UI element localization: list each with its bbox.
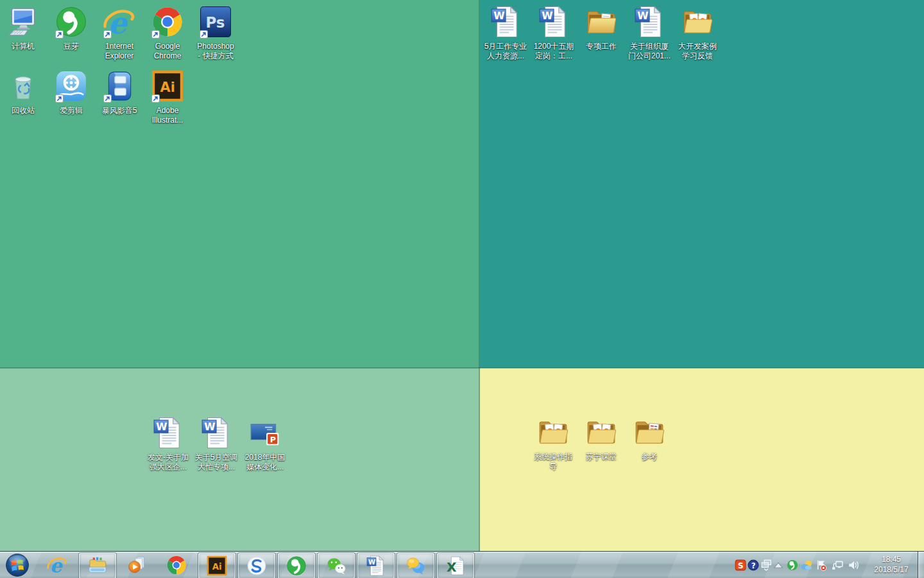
taskbar-button-windows-explorer[interactable] — [79, 553, 116, 578]
desktop-icon-label: 计算机 — [0, 42, 47, 51]
tray-volume-icon[interactable] — [847, 559, 860, 572]
folder-orange-icon — [537, 416, 569, 448]
desktop-icon-adobe-illustrator[interactable]: Ai AdobeIllustrat... — [143, 68, 192, 125]
desktop-icon-label: 5月工作专业人力资源... — [481, 42, 530, 61]
tray-show-hidden-icon[interactable] — [772, 559, 785, 572]
taskbar-button-illustrator[interactable]: Ai — [198, 553, 235, 578]
svg-text:X: X — [447, 559, 457, 575]
wechat-icon — [326, 556, 346, 576]
svg-text:S: S — [738, 561, 744, 570]
taskbar-button-douya[interactable] — [278, 553, 315, 578]
taskbar-button-word[interactable]: W — [357, 553, 395, 578]
taskbar-clock[interactable]: 18:45 2018/5/17 — [865, 554, 918, 575]
ppt-icon: P — [249, 417, 281, 449]
folder-orange-icon — [681, 6, 714, 38]
wmp-icon — [126, 555, 147, 575]
desktop-icon-label: 关于组织厦门公司201... — [625, 42, 674, 61]
shortcut-arrow-icon — [55, 94, 64, 103]
desktop-icon-recycle-bin[interactable]: 回收站 — [0, 68, 47, 116]
chat-icon — [406, 556, 426, 576]
shortcut-arrow-icon — [103, 30, 112, 39]
desktop-icon-baofeng-player[interactable]: 暴风影音5 — [95, 68, 144, 116]
chrome-icon — [166, 555, 187, 575]
svg-text:Ai: Ai — [212, 562, 222, 572]
svg-text:W: W — [156, 421, 167, 433]
shortcut-arrow-icon — [103, 94, 112, 103]
tray-sogou-input-icon[interactable]: S — [734, 559, 747, 572]
desktop-icon-label: 爱剪辑 — [47, 106, 96, 116]
desktop-icon-label: 大开发案例学习反馈 — [673, 42, 722, 61]
windows-logo-icon — [5, 553, 30, 577]
desktop-icon-label: 专项工作 — [577, 42, 626, 51]
shortcut-arrow-icon — [200, 30, 208, 39]
svg-text:W: W — [368, 559, 375, 566]
word-icon: W — [366, 556, 386, 576]
desktop-icon-aijianji[interactable]: 爱剪辑 — [47, 68, 96, 116]
desktop-icon-label: GoogleChrome — [143, 42, 192, 61]
desktop-icon-folder-dev-case-feedback[interactable]: 大开发案例学习反馈 — [673, 4, 722, 61]
taskbar-button-chrome[interactable] — [158, 553, 194, 577]
svg-text:W: W — [493, 10, 504, 22]
taskbar-button-media-player[interactable] — [119, 553, 155, 577]
desktop-icon-label: 1200十五期定岗：工... — [529, 42, 578, 61]
ie-icon: e — [47, 555, 67, 575]
svg-text:Ps: Ps — [205, 14, 225, 31]
tray-action-center-icon[interactable] — [815, 559, 828, 572]
tray-help-icon[interactable]: ? — [747, 559, 760, 572]
start-button[interactable] — [4, 552, 30, 578]
desktop-icon-label: 暴风影音5 — [95, 106, 144, 116]
desktop-icon-ppt-2018-china-media[interactable]: P 2018年中国媒体变化... — [241, 415, 289, 472]
desktop-icon-doc-1200-15[interactable]: W 1200十五期定岗：工... — [529, 4, 578, 61]
svg-text:W: W — [637, 10, 648, 22]
desktop-icon-label: AdobeIllustrat... — [143, 106, 192, 125]
desktop-icon-internet-explorer[interactable]: e 1nternetExplorer — [95, 4, 144, 61]
desktop-icon-computer[interactable]: 计算机 — [0, 4, 47, 51]
desktop-icon-label: 系统操作指导 — [529, 452, 578, 471]
desktop-icon-google-chrome[interactable]: GoogleChrome — [143, 4, 192, 61]
desktop-icon-label: 回收站 — [0, 106, 47, 116]
svg-text:Ai: Ai — [160, 80, 175, 95]
taskbar-button-internet-explorer[interactable]: e — [39, 553, 75, 577]
shortcut-arrow-icon — [151, 30, 160, 39]
taskbar-button-sogou-browser[interactable] — [238, 553, 275, 578]
desktop-icon-label: Photoshop- 快捷方式 — [191, 42, 240, 61]
illustrator-icon: Ai — [207, 556, 227, 576]
clock-time: 18:45 — [865, 554, 918, 565]
desktop-icon-folder-system-guide[interactable]: 系统操作指导 — [529, 414, 578, 471]
desktop-icon-douya[interactable]: 豆芽 — [47, 4, 96, 51]
shortcut-arrow-icon — [55, 30, 64, 39]
desktop-icon-label: 发文-关于加强大区企... — [144, 453, 193, 472]
desktop-icon-label: 关于5月空调大忙专项... — [192, 453, 241, 472]
svg-text:?: ? — [751, 561, 756, 570]
tray-input-method-icon[interactable] — [760, 559, 773, 572]
folder-orange-icon — [585, 416, 617, 448]
word-icon: W — [152, 417, 184, 449]
show-desktop-button[interactable] — [918, 552, 924, 578]
desktop-icon-doc-may-aircon[interactable]: W 关于5月空调大忙专项... — [192, 415, 241, 472]
desktop-icon-folder-reference[interactable]: 参考 — [625, 414, 674, 462]
desktop-icon-doc-may-work[interactable]: W 5月工作专业人力资源... — [481, 4, 530, 61]
tray-douya-icon[interactable] — [786, 559, 799, 572]
svg-text:P: P — [270, 435, 276, 444]
desktop-icon-label: 1nternetExplorer — [95, 42, 144, 61]
svg-text:W: W — [542, 10, 552, 22]
excel-icon: X — [445, 556, 466, 576]
desktop-icon-folder-special-work[interactable]: 专项工作 — [577, 4, 626, 51]
svg-text:W: W — [204, 421, 215, 433]
word-icon: W — [538, 6, 570, 38]
taskbar-button-excel[interactable]: X — [437, 553, 474, 578]
taskbar-button-chat[interactable] — [397, 553, 434, 578]
douya-icon — [286, 556, 307, 576]
tray-network-icon[interactable] — [831, 559, 844, 572]
desktop-icon-doc-xiamen-company[interactable]: W 关于组织厦门公司201... — [625, 4, 674, 61]
taskbar-button-wechat[interactable] — [318, 553, 355, 578]
desktop-icon-photoshop[interactable]: Ps Photoshop- 快捷方式 — [191, 4, 240, 61]
desktop-icon-label: 豆芽 — [47, 42, 96, 51]
desktop-icon-folder-suning-class[interactable]: 苏宁课堂 — [577, 414, 626, 462]
folder-ref-icon — [633, 416, 665, 448]
desktop-icon-doc-fawen-region[interactable]: W 发文-关于加强大区企... — [144, 415, 193, 472]
desktop-icon-label: 2018年中国媒体变化... — [241, 453, 289, 472]
recycle-icon — [7, 70, 39, 102]
shortcut-arrow-icon — [151, 94, 160, 103]
tray-weather-icon[interactable] — [800, 559, 813, 572]
